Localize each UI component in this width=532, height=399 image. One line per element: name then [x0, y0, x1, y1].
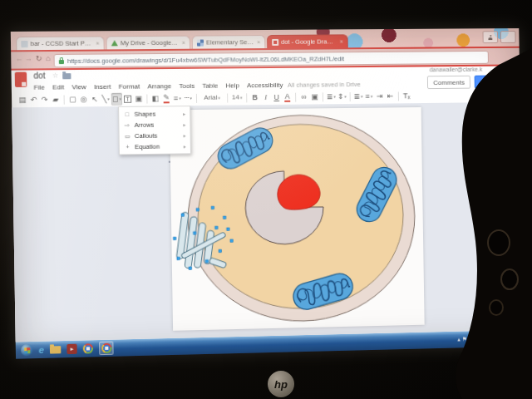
insert-link-button[interactable]: ∞ [298, 91, 309, 103]
toolbar-icon: ≣ [327, 93, 333, 101]
tab-my-drive[interactable]: My Drive - Google Drive × [106, 36, 190, 50]
window-controls-button[interactable] [500, 31, 516, 43]
equation-item[interactable]: + Equation ▸ [120, 140, 190, 152]
line-spacing-button[interactable]: ⇕ ▾ [337, 91, 347, 103]
forward-button-icon[interactable]: → [24, 54, 33, 62]
arrows-item[interactable]: ⇨ Arrows ▸ [119, 119, 190, 131]
separator [295, 92, 296, 101]
comments-button[interactable]: Comments [427, 76, 470, 89]
show-desktop-button[interactable] [519, 330, 524, 347]
toolbar-icon: B [252, 94, 258, 101]
submenu-arrow-icon: ▸ [183, 111, 185, 116]
menu-item[interactable]: Arrange [147, 82, 171, 90]
font-size-select[interactable]: 14 ▾ [230, 91, 244, 104]
toolbar-icon: ✎ [163, 94, 170, 103]
shapes-item[interactable]: □ Shapes ▸ [119, 108, 190, 120]
bold-button[interactable]: B [249, 91, 260, 104]
move-to-folder-icon[interactable] [62, 73, 71, 79]
select-tool[interactable]: ↖ [89, 93, 100, 106]
tab-title: My Drive - Google Drive [121, 39, 180, 47]
shapes-menu-label: Equation [135, 142, 180, 150]
internet-explorer-icon[interactable]: e [39, 345, 44, 354]
reload-button-icon[interactable]: ↻ [34, 54, 43, 62]
shapes-dropdown-menu: □ Shapes ▸ ⇨ Arrows ▸ ▭ Callouts ▸ [118, 106, 191, 155]
zoom-button[interactable]: ◎ [78, 93, 90, 106]
menu-item[interactable]: Accessibility [247, 81, 283, 88]
separator [64, 95, 65, 104]
toolbar-icon: ↶ [30, 96, 37, 103]
tab-close-icon[interactable]: × [182, 40, 185, 46]
toolbar-icon: ≡ [174, 95, 178, 102]
italic-button[interactable]: I [260, 91, 271, 103]
text-box-tool[interactable]: T [122, 92, 133, 105]
redo-button[interactable]: ↷ [39, 93, 51, 106]
share-button[interactable] [475, 75, 500, 88]
print-button[interactable]: ▤ [17, 93, 28, 106]
https-lock-icon [59, 59, 64, 63]
tab-close-icon[interactable]: × [257, 39, 260, 45]
chevron-down-icon: ▾ [107, 96, 110, 101]
line-weight-tool[interactable]: ≡ ▾ [172, 92, 183, 105]
toolbar-icon: ▤ [19, 96, 27, 103]
menu-item[interactable]: Table [202, 81, 218, 89]
address-bar[interactable]: https://docs.google.com/drawings/d/1Fu4x… [54, 51, 489, 67]
fill-color-tool[interactable]: ◧ [150, 92, 160, 105]
menu-item[interactable]: Help [225, 81, 239, 89]
zoom-fit-button[interactable]: ▢ [67, 93, 79, 106]
numbered-list-button[interactable]: ≣ ▾ [352, 90, 363, 102]
menu-item[interactable]: File [34, 83, 45, 91]
paint-format-button[interactable]: ▰ [50, 93, 62, 106]
media-app-icon[interactable]: ▸ [66, 344, 76, 354]
grid-favicon-icon [197, 39, 204, 46]
menu-item[interactable]: View [71, 83, 86, 91]
menu-item[interactable]: Edit [52, 83, 64, 91]
font-family-select[interactable]: Arial ▾ [200, 91, 224, 104]
callouts-item[interactable]: ▭ Callouts ▸ [120, 130, 190, 141]
insert-comment-button[interactable]: ▣ [309, 91, 320, 103]
outdent-button[interactable]: ⇤ [385, 90, 396, 102]
line-dash-tool[interactable]: ┄ ▾ [183, 91, 194, 104]
star-icon[interactable]: ☆ [52, 71, 58, 79]
chevron-down-icon: ▾ [119, 96, 121, 101]
file-explorer-icon[interactable] [50, 346, 61, 353]
url-text: https://docs.google.com/drawings/d/1Fu4x… [67, 55, 344, 65]
toolbar-icon: ▰ [52, 96, 58, 103]
indent-button[interactable]: ⇥ [374, 90, 385, 102]
chevron-down-icon: ▾ [240, 95, 243, 100]
tab-title: dot - Google Drawings [281, 37, 337, 45]
toolbar-icon: U [273, 93, 279, 101]
start-button[interactable] [21, 344, 33, 357]
profile-button[interactable] [482, 31, 498, 43]
tab-close-icon[interactable]: × [96, 40, 99, 46]
cell-drawing [170, 107, 425, 331]
clear-formatting-button[interactable]: Tₓ [401, 90, 412, 102]
drawing-page[interactable] [170, 107, 425, 331]
undo-button[interactable]: ↶ [28, 93, 40, 106]
menu-item[interactable]: Tools [179, 81, 195, 89]
text-color-button[interactable]: A [282, 91, 293, 103]
line-tool[interactable]: ╲ ▾ [100, 92, 111, 105]
tab-dot-google-drawings[interactable]: dot - Google Drawings × [267, 34, 348, 48]
home-button-icon[interactable]: ⌂ [43, 54, 52, 62]
menu-item[interactable]: Insert [94, 82, 111, 90]
chrome-icon[interactable] [83, 343, 93, 353]
tab-elementary-search[interactable]: Elementary Search × [192, 35, 266, 49]
tab-ccsd-start-page[interactable]: bar - CCSD Start Page × [16, 36, 105, 50]
bulleted-list-button[interactable]: ≡ ▾ [363, 90, 374, 102]
system-tray[interactable]: ▴ ⚑ [457, 331, 467, 347]
underline-button[interactable]: U [271, 91, 282, 103]
tab-close-icon[interactable]: × [340, 38, 343, 44]
toolbar-icon: Arial [204, 95, 217, 101]
document-title[interactable]: dot [33, 71, 45, 80]
align-button[interactable]: ≣ ▾ [326, 91, 337, 103]
chrome-active-icon[interactable] [99, 342, 114, 356]
image-tool[interactable]: ▣ [133, 92, 144, 105]
shape-tool[interactable]: ◻ ▾ [111, 92, 122, 105]
back-button-icon[interactable]: ← [14, 54, 23, 62]
photo-of-laptop: bar - CCSD Start Page × My Drive - Googl… [0, 0, 532, 399]
separator [196, 93, 197, 102]
drawing-canvas-area[interactable]: □ Shapes ▸ ⇨ Arrows ▸ ▭ Callouts ▸ [12, 102, 524, 342]
menu-item[interactable]: Format [119, 82, 140, 90]
toolbar-icon: Tₓ [403, 92, 410, 100]
line-color-tool[interactable]: ✎ [160, 92, 171, 105]
